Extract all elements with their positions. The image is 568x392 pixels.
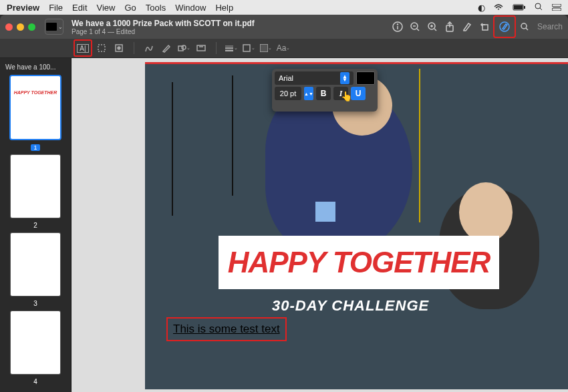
markup-toolbar-button-highlighted	[493, 15, 516, 38]
document-title: We have a 1000 Prize Pack with SCOTT on …	[72, 19, 389, 28]
font-color-swatch[interactable]	[356, 71, 375, 85]
thumbnail-page-3[interactable]	[11, 233, 60, 296]
svg-rect-2	[524, 6, 525, 9]
page-number-3: 3	[33, 300, 37, 307]
svg-line-4	[540, 8, 542, 10]
svg-rect-30	[197, 45, 205, 51]
menu-file[interactable]: File	[49, 3, 63, 13]
text-tool-highlighted: A|	[74, 39, 92, 57]
fill-color-tool[interactable]: ⌄	[258, 41, 274, 55]
titlebar: ⌄ We have a 1000 Prize Pack with SCOTT o…	[0, 15, 568, 39]
highlight-button[interactable]	[458, 18, 476, 35]
svg-line-13	[417, 29, 419, 31]
draw-tool[interactable]	[158, 41, 174, 55]
redact-tool[interactable]	[111, 41, 127, 55]
menu-view[interactable]: View	[97, 3, 116, 13]
status-icons: ◐	[471, 3, 562, 13]
subheadline-text: 30-DAY CHALLENGE	[272, 297, 429, 315]
chevron-updown-icon: ▲▼	[340, 72, 349, 84]
system-menubar: Preview File Edit View Go Tools Window H…	[0, 0, 568, 15]
menu-go[interactable]: Go	[124, 3, 136, 13]
border-color-tool[interactable]: ⌄	[241, 41, 257, 55]
svg-point-11	[397, 24, 398, 25]
thumbnail-page-1[interactable]: HAPPY TOGETHER	[11, 76, 60, 139]
document-subtitle: Page 1 of 4 — Edited	[72, 28, 389, 35]
sketch-tool[interactable]	[141, 41, 157, 55]
title-block: We have a 1000 Prize Pack with SCOTT on …	[72, 19, 389, 35]
loading-icon: ◐	[478, 3, 485, 13]
svg-rect-36	[260, 44, 268, 52]
zoom-in-button[interactable]	[424, 18, 441, 35]
search-icon[interactable]	[535, 3, 545, 13]
page-number-2: 2	[33, 222, 37, 229]
search-toolbar-icon[interactable]	[516, 18, 533, 35]
markup-toolbar-button[interactable]	[496, 18, 513, 35]
selection-tool[interactable]	[94, 41, 110, 55]
italic-button[interactable]: I	[333, 87, 348, 100]
strap-3	[419, 69, 420, 222]
markup-toolbar: A| ⌄ ⌄ ⌄ ⌄ Aa⌄	[0, 39, 568, 58]
menu-edit[interactable]: Edit	[72, 3, 87, 13]
search-field-placeholder[interactable]: Search	[537, 22, 563, 31]
rotate-button[interactable]	[476, 18, 493, 35]
strap-2	[232, 75, 233, 196]
svg-rect-35	[243, 45, 250, 51]
selection-handle[interactable]	[315, 202, 335, 222]
svg-rect-21	[482, 25, 488, 30]
page-number-4: 4	[33, 378, 37, 385]
font-size-stepper[interactable]: ▲▼	[304, 87, 313, 100]
svg-line-16	[434, 29, 436, 31]
menu-window[interactable]: Window	[175, 3, 206, 13]
svg-rect-7	[46, 23, 57, 31]
person-2-head	[459, 182, 513, 242]
shapes-tool[interactable]: ⌄	[176, 41, 192, 55]
fullscreen-window-button[interactable]	[28, 23, 35, 31]
inserted-textbox-highlighted: This is some test text	[166, 317, 287, 341]
headline-box: HAPPY TOGETHER	[219, 236, 499, 289]
svg-rect-5	[552, 4, 561, 7]
sidebar-toggle-button[interactable]: ⌄	[45, 19, 63, 35]
svg-point-3	[535, 3, 541, 9]
wifi-icon	[494, 3, 506, 13]
preview-window: ⌄ We have a 1000 Prize Pack with SCOTT o…	[0, 15, 568, 392]
text-style-tool[interactable]: Aa⌄	[275, 41, 291, 55]
bold-button[interactable]: B	[316, 87, 331, 100]
info-button[interactable]	[389, 18, 406, 35]
inserted-textbox[interactable]: This is some test text	[173, 323, 280, 335]
font-family-value: Arial	[279, 74, 293, 82]
textbox-tool[interactable]	[193, 41, 209, 55]
svg-point-27	[118, 47, 120, 49]
sidebar-section-title: We have a 100...	[3, 62, 58, 72]
zoom-out-button[interactable]	[406, 18, 424, 35]
headline-text: HAPPY TOGETHER	[228, 246, 490, 279]
svg-rect-6	[552, 8, 561, 11]
text-tool-button[interactable]: A|	[77, 44, 88, 53]
battery-icon	[513, 3, 529, 13]
menu-tools[interactable]: Tools	[146, 3, 166, 13]
close-window-button[interactable]	[5, 23, 13, 31]
page-number-1: 1	[31, 144, 39, 151]
thumbnail-sidebar: We have a 100... HAPPY TOGETHER 1 2 3 4	[0, 58, 72, 392]
menu-help[interactable]: Help	[215, 3, 233, 13]
red-stripe	[145, 62, 568, 64]
svg-point-29	[182, 45, 186, 49]
thumbnail-page-4[interactable]	[11, 311, 60, 374]
border-style-tool[interactable]: ⌄	[223, 41, 239, 55]
minimize-window-button[interactable]	[17, 23, 24, 31]
window-controls	[5, 23, 35, 31]
thumbnail-page-2[interactable]	[11, 155, 60, 218]
font-family-select[interactable]: Arial ▲▼	[275, 71, 353, 85]
strap-1	[172, 82, 173, 216]
svg-point-23	[521, 23, 527, 29]
svg-rect-1	[514, 5, 523, 9]
share-button[interactable]	[441, 18, 458, 35]
font-style-popover: Arial ▲▼ 20 pt ▲▼ B I U	[272, 69, 378, 112]
svg-rect-25	[98, 45, 105, 51]
svg-line-24	[526, 28, 528, 30]
control-center-icon[interactable]	[552, 3, 561, 13]
font-size-field[interactable]: 20 pt	[275, 87, 301, 100]
underline-button[interactable]: U	[351, 87, 366, 100]
app-name[interactable]: Preview	[7, 3, 39, 13]
